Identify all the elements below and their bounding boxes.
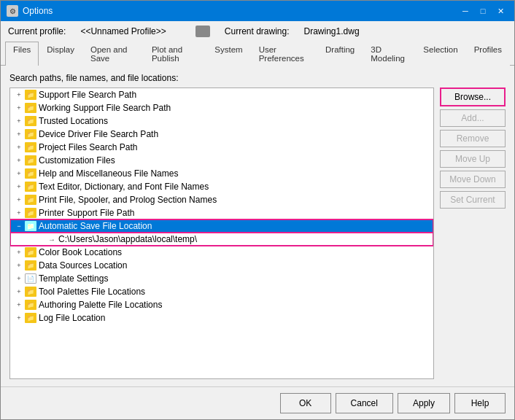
window-controls: ─ □ ✕: [457, 4, 508, 18]
folder-icon: 📁: [25, 90, 36, 100]
arrow-icon: →: [48, 236, 55, 244]
expander-custom[interactable]: +: [13, 155, 25, 166]
expander-trusted[interactable]: +: [13, 115, 25, 127]
folder-icon: 📁: [25, 129, 36, 139]
set-current-button[interactable]: Set Current: [440, 191, 506, 209]
browse-button[interactable]: Browse...: [440, 88, 506, 106]
tab-selection[interactable]: Selection: [415, 42, 465, 66]
label-help: Help and Miscellaneous File Names: [39, 168, 178, 179]
label-support-path: Support File Search Path: [39, 90, 136, 100]
folder-selected-icon: 📁: [25, 221, 36, 231]
content-area: Search paths, file names, and file locat…: [1, 66, 514, 386]
current-profile-value: <<Unnamed Profile>>: [80, 26, 166, 36]
label-auto-save: Automatic Save File Location: [39, 221, 152, 231]
tree-item-working-support[interactable]: + 📁 Working Support File Search Path: [10, 101, 433, 114]
tree-item-color-book[interactable]: + 📁 Color Book Locations: [10, 246, 433, 259]
expander-text[interactable]: +: [13, 181, 25, 192]
ok-button[interactable]: OK: [280, 393, 331, 413]
expander-tool[interactable]: +: [13, 286, 25, 298]
label-log-file: Log File Location: [39, 313, 105, 323]
expander-authoring[interactable]: +: [13, 299, 25, 311]
tab-display[interactable]: Display: [39, 42, 82, 66]
remove-button[interactable]: Remove: [440, 130, 506, 147]
section-label: Search paths, file names, and file locat…: [9, 73, 506, 83]
cancel-button[interactable]: Cancel: [336, 393, 393, 413]
label-auto-save-path: C:\Users\Jason\appdata\local\temp\: [58, 234, 197, 244]
tab-open-save[interactable]: Open and Save: [82, 42, 144, 66]
tab-plot-publish[interactable]: Plot and Publish: [144, 42, 206, 66]
tree-item-data-sources[interactable]: + 📁 Data Sources Location: [10, 259, 433, 272]
file-tree[interactable]: + 📁 Support File Search Path + 📁 Working…: [9, 88, 434, 379]
expander-auto-save[interactable]: −: [13, 220, 25, 232]
folder-icon: 📁: [25, 155, 36, 166]
move-up-button[interactable]: Move Up: [440, 150, 506, 168]
tree-item-project-files[interactable]: + 📁 Project Files Search Path: [10, 141, 433, 154]
tab-3d-modeling[interactable]: 3D Modeling: [363, 42, 415, 66]
expander-support-path[interactable]: +: [13, 89, 25, 101]
title-bar: ⚙ Options ─ □ ✕: [1, 1, 514, 21]
tabs-bar: Files Display Open and Save Plot and Pub…: [1, 42, 514, 66]
label-authoring: Authoring Palette File Locations: [39, 300, 162, 310]
help-button[interactable]: Help: [454, 393, 506, 413]
folder-icon: 📁: [25, 208, 36, 218]
window-title: Options: [23, 6, 457, 16]
tree-item-tool-palettes[interactable]: + 📁 Tool Palettes File Locations: [10, 285, 433, 298]
label-printer-support: Printer Support File Path: [39, 208, 134, 218]
folder-icon: 📁: [25, 142, 36, 152]
expander-help[interactable]: +: [13, 168, 25, 179]
apply-button[interactable]: Apply: [398, 393, 450, 413]
add-button[interactable]: Add...: [440, 109, 506, 127]
tab-files[interactable]: Files: [5, 42, 39, 66]
maximize-button[interactable]: □: [475, 4, 491, 18]
bottom-bar: OK Cancel Apply Help: [1, 386, 514, 419]
tree-item-authoring[interactable]: + 📁 Authoring Palette File Locations: [10, 298, 433, 311]
expander-log[interactable]: +: [13, 312, 25, 324]
tree-item-log-file[interactable]: + 📁 Log File Location: [10, 311, 433, 324]
current-drawing-value: Drawing1.dwg: [304, 26, 360, 36]
folder-icon: 📁: [25, 116, 36, 126]
label-trusted: Trusted Locations: [39, 116, 108, 126]
label-device-driver: Device Driver File Search Path: [39, 129, 158, 139]
tree-item-customization[interactable]: + 📁 Customization Files: [10, 154, 433, 167]
tab-profiles[interactable]: Profiles: [466, 42, 510, 66]
expander-working[interactable]: +: [13, 102, 25, 114]
tree-item-print-file[interactable]: + 📁 Print File, Spooler, and Prolog Sect…: [10, 193, 433, 206]
label-data-sources: Data Sources Location: [39, 260, 127, 271]
tree-item-support-path[interactable]: + 📁 Support File Search Path: [10, 88, 433, 101]
options-dialog: ⚙ Options ─ □ ✕ Current profile: <<Unnam…: [0, 0, 515, 420]
close-button[interactable]: ✕: [492, 4, 508, 18]
tree-item-help[interactable]: + 📁 Help and Miscellaneous File Names: [10, 167, 433, 180]
move-down-button[interactable]: Move Down: [440, 171, 506, 188]
expander-device[interactable]: +: [13, 128, 25, 140]
tab-system[interactable]: System: [206, 42, 250, 66]
folder-icon: 📁: [25, 182, 36, 192]
current-drawing-label: Current drawing:: [225, 26, 290, 36]
folder-icon: 📁: [25, 103, 36, 113]
tree-item-device-driver[interactable]: + 📁 Device Driver File Search Path: [10, 128, 433, 141]
folder-icon: 📁: [25, 168, 36, 179]
tree-item-auto-save-path[interactable]: → C:\Users\Jason\appdata\local\temp\: [10, 233, 433, 246]
tab-user-preferences[interactable]: User Preferences: [251, 42, 317, 66]
window-icon: ⚙: [7, 5, 18, 17]
tree-item-printer-support[interactable]: + 📁 Printer Support File Path: [10, 206, 433, 219]
minimize-button[interactable]: ─: [457, 4, 473, 18]
tree-item-trusted[interactable]: + 📁 Trusted Locations: [10, 114, 433, 128]
expander-template[interactable]: +: [13, 273, 25, 284]
label-template: Template Settings: [39, 273, 108, 284]
tree-item-template[interactable]: + 📄 Template Settings: [10, 272, 433, 285]
expander-print[interactable]: +: [13, 194, 25, 206]
folder-icon: 📁: [25, 247, 36, 257]
tab-drafting[interactable]: Drafting: [317, 42, 363, 66]
expander-data[interactable]: +: [13, 260, 25, 271]
expander-printer[interactable]: +: [13, 207, 25, 219]
profile-bar: Current profile: <<Unnamed Profile>> Cur…: [1, 21, 514, 42]
label-customization: Customization Files: [39, 155, 115, 166]
label-text-editor: Text Editor, Dictionary, and Font File N…: [39, 182, 209, 192]
expander-project[interactable]: +: [13, 141, 25, 153]
label-color-book: Color Book Locations: [39, 247, 122, 257]
folder-icon: 📁: [25, 287, 36, 297]
tree-item-text-editor[interactable]: + 📁 Text Editor, Dictionary, and Font Fi…: [10, 180, 433, 193]
tree-item-auto-save[interactable]: − 📁 Automatic Save File Location: [10, 219, 433, 233]
label-print-file: Print File, Spooler, and Prolog Section …: [39, 195, 217, 205]
expander-color[interactable]: +: [13, 246, 25, 258]
